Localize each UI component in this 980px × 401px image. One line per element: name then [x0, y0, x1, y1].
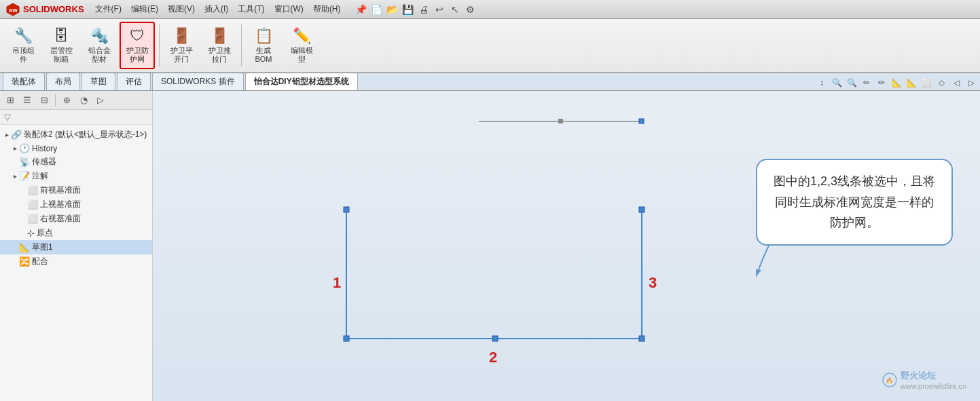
tab-solidworks-plugins[interactable]: SOLIDWORKS 插件	[152, 73, 244, 90]
ribbon-btn-door1[interactable]: 🚪 护卫平开门	[164, 22, 199, 69]
tree-item-history[interactable]: ▸ 🕐 History	[0, 142, 152, 155]
watermark-url: www.proewildfire.cn	[901, 382, 966, 390]
ribbon-btn-ceiling[interactable]: 🔧 吊顶组件	[5, 22, 41, 69]
right-plane-icon: ⬜	[27, 214, 38, 224]
tab-toolbar-icon-11[interactable]: ▷	[965, 77, 977, 89]
viewport[interactable]: 1 2 3 图中的1,2,3线条被选中，且将同时生成标准网宽度是一样的防护网。 …	[153, 91, 980, 401]
menu-insert[interactable]: 插入(I)	[200, 2, 232, 16]
menu-file[interactable]: 文件(F)	[91, 2, 126, 16]
panel-btn-arrow[interactable]: ▷	[93, 93, 108, 108]
filter-icon: ▽	[4, 112, 11, 122]
menu-window[interactable]: 窗口(W)	[270, 2, 308, 16]
label-2: 2	[489, 349, 497, 366]
tree-item-right-plane[interactable]: ⬜ 右视基准面	[0, 212, 152, 226]
undo-icon[interactable]: ↩	[433, 3, 446, 16]
ribbon-btn-edit[interactable]: ✏️ 编辑模型	[284, 22, 319, 69]
tree-item-sensor[interactable]: 📡 传感器	[0, 155, 152, 169]
tab-layout[interactable]: 布局	[46, 73, 80, 90]
door2-icon: 🚪	[211, 27, 229, 45]
svg-text:SW: SW	[9, 7, 18, 14]
ribbon-btn-door2[interactable]: 🚪 护卫推拉门	[202, 22, 237, 69]
ribbon-btn-control[interactable]: 🗄 层管控制箱	[43, 22, 79, 69]
tree-label-top-plane: 上视基准面	[40, 199, 81, 210]
tab-toolbar-icon-1[interactable]: ↕	[816, 77, 828, 89]
tab-toolbar-icon-7[interactable]: 📐	[905, 77, 918, 89]
ribbon-btn-door2-label: 护卫推拉门	[208, 46, 231, 64]
handle-tl	[344, 207, 349, 212]
tab-toolbar-icon-6[interactable]: 📐	[890, 77, 903, 89]
tree-toggle-history[interactable]: ▸	[11, 145, 19, 152]
tab-toolbar-icon-5[interactable]: ✏	[875, 77, 888, 89]
feature-tree: ▸ 🔗 装配体2 (默认<默认_显示状态-1>) ▸ 🕐 History 📡 传…	[0, 125, 152, 401]
tree-toggle-annotation[interactable]: ▸	[11, 172, 19, 180]
speech-bubble: 图中的1,2,3线条被选中，且将同时生成标准网宽度是一样的防护网。	[756, 159, 953, 278]
gear-icon[interactable]: ⚙	[464, 3, 477, 16]
ribbon-btn-guard[interactable]: 🛡 护卫防护网	[120, 22, 155, 69]
handle-endpoint-gray-right	[639, 119, 644, 123]
ceiling-icon: 🔧	[14, 27, 33, 45]
menu-edit[interactable]: 编辑(E)	[127, 2, 162, 16]
tab-toolbar-icon-2[interactable]: 🔍	[831, 77, 843, 89]
watermark-site-name: 野火论坛	[901, 370, 966, 382]
panel-btn-collapse[interactable]: ⊟	[37, 93, 52, 108]
app-title: SOLIDWORKS	[23, 4, 84, 14]
ribbon-btn-aluminum[interactable]: 🔩 铝合金型材	[81, 22, 117, 69]
pin-icon[interactable]: 📌	[355, 3, 368, 16]
bubble-text: 图中的1,2,3线条被选中，且将同时生成标准网宽度是一样的防护网。	[756, 159, 953, 246]
watermark: 🔥 野火论坛 www.proewildfire.cn	[882, 370, 966, 390]
tab-assembly[interactable]: 装配体	[3, 73, 45, 90]
solidworks-logo-icon: SW	[5, 2, 20, 17]
tree-label-origin: 原点	[37, 227, 53, 239]
menubar: 文件(F) 编辑(E) 视图(V) 插入(I) 工具(T) 窗口(W) 帮助(H…	[91, 2, 345, 16]
save-icon[interactable]: 💾	[401, 3, 415, 16]
tree-item-front-plane[interactable]: ⬜ 前视基准面	[0, 183, 152, 197]
tab-toolbar-icon-9[interactable]: ◇	[935, 77, 947, 89]
bom-icon: 📋	[255, 27, 273, 45]
panel-btn-crosshair[interactable]: ⊕	[59, 93, 74, 108]
mate-icon: 🔀	[19, 256, 30, 267]
tree-item-assembly[interactable]: ▸ 🔗 装配体2 (默认<默认_显示状态-1>)	[0, 128, 152, 142]
filter-bar: ▽	[0, 110, 152, 125]
tree-label-annotation: 注解	[32, 170, 48, 182]
tree-item-sketch1[interactable]: 📐 草图1	[0, 240, 152, 254]
control-icon: 🗄	[54, 27, 69, 45]
ribbon-btn-door1-label: 护卫平开门	[170, 46, 193, 64]
menu-view[interactable]: 视图(V)	[164, 2, 199, 16]
panel-btn-grid[interactable]: ⊞	[3, 93, 18, 108]
ribbon: 🔧 吊顶组件 🗄 层管控制箱 🔩 铝合金型材 🛡 护卫防护网 🚪 护卫平开门 🚪…	[0, 19, 980, 73]
tab-toolbar-icon-4[interactable]: ✏	[860, 77, 873, 89]
handle-tr	[639, 207, 645, 212]
new-icon[interactable]: 📄	[370, 3, 384, 16]
tabbar: 装配体 布局 草图 评估 SOLIDWORKS 插件 怡合达DIY铝型材选型系统…	[0, 73, 980, 91]
tab-sketch[interactable]: 草图	[81, 73, 115, 90]
cursor-icon[interactable]: ↖	[448, 3, 462, 16]
top-plane-icon: ⬜	[27, 199, 38, 210]
tab-toolbar-icon-8[interactable]: ⬜	[920, 77, 932, 89]
tab-yiheda[interactable]: 怡合达DIY铝型材选型系统	[245, 73, 358, 90]
bubble-tail-svg	[756, 244, 837, 278]
tab-evaluate[interactable]: 评估	[117, 73, 151, 90]
titlebar: SW SOLIDWORKS 文件(F) 编辑(E) 视图(V) 插入(I) 工具…	[0, 0, 980, 19]
front-plane-icon: ⬜	[27, 185, 38, 195]
tab-toolbar-icon-10[interactable]: ◁	[950, 77, 962, 89]
tree-item-top-plane[interactable]: ⬜ 上视基准面	[0, 197, 152, 212]
tree-item-mate[interactable]: 🔀 配合	[0, 254, 152, 269]
tab-toolbar-icon-3[interactable]: 🔍	[846, 77, 858, 89]
ribbon-btn-ceiling-label: 吊顶组件	[12, 46, 35, 64]
history-icon: 🕐	[19, 143, 30, 153]
tree-toggle-assembly[interactable]: ▸	[3, 131, 11, 138]
sensor-icon: 📡	[19, 157, 30, 167]
tree-item-annotation[interactable]: ▸ 📝 注解	[0, 169, 152, 183]
tree-label-mate: 配合	[32, 256, 48, 267]
panel-btn-pie[interactable]: ◔	[76, 93, 91, 108]
menu-tools[interactable]: 工具(T)	[234, 2, 268, 16]
panel-btn-list[interactable]: ☰	[20, 93, 35, 108]
handle-bm	[492, 336, 498, 341]
tree-label-assembly: 装配体2 (默认<默认_显示状态-1>)	[24, 129, 147, 140]
ribbon-btn-bom[interactable]: 📋 生成BOM	[246, 22, 281, 69]
open-icon[interactable]: 📂	[386, 3, 399, 16]
menu-help[interactable]: 帮助(H)	[309, 2, 345, 16]
print-icon[interactable]: 🖨	[417, 3, 431, 16]
guard-icon: 🛡	[130, 27, 145, 45]
tree-item-origin[interactable]: ⊹ 原点	[0, 226, 152, 240]
